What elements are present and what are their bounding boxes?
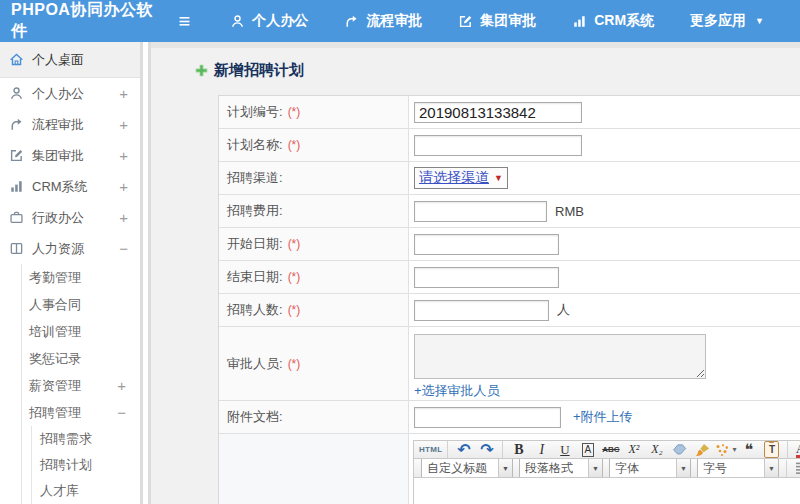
- field-value: [409, 129, 800, 161]
- editor-content-area[interactable]: [413, 478, 800, 504]
- sidebar-item-salary[interactable]: 薪资管理 +: [22, 372, 140, 399]
- auto-typeset-icon[interactable]: ▾: [715, 440, 736, 459]
- sidebar-recruit-submenu: 招聘需求 招聘计划 人才库: [31, 426, 140, 504]
- cost-unit-label: RMB: [555, 204, 584, 219]
- sidebar-item-label: 人力资源: [32, 240, 84, 258]
- toolbar-separator: [447, 441, 448, 458]
- sidebar-item-hr-contract[interactable]: 人事合同: [22, 291, 140, 318]
- sidebar-item-label: 奖惩记录: [29, 350, 81, 368]
- label-text: 招聘费用:: [227, 202, 283, 220]
- sidebar-item-label: 招聘计划: [40, 456, 92, 474]
- field-label: 招聘渠道:: [219, 162, 409, 194]
- font-select-value: 字体: [615, 460, 639, 477]
- label-text: 计划编号:: [227, 103, 283, 121]
- format-brush-icon[interactable]: [692, 440, 713, 459]
- sidebar-item-workflow-approval[interactable]: 流程审批 +: [0, 109, 140, 140]
- topnav-crm[interactable]: CRM系统: [572, 12, 654, 30]
- collapse-icon[interactable]: −: [117, 404, 126, 421]
- sidebar-item-rewards[interactable]: 奖惩记录: [22, 345, 140, 372]
- html-source-button[interactable]: HTML: [419, 440, 442, 459]
- sidebar-item-recruit-demand[interactable]: 招聘需求: [32, 426, 140, 452]
- undo-icon[interactable]: ↶: [453, 440, 474, 459]
- topnav-group-approval[interactable]: 集团审批: [458, 12, 536, 30]
- paste-plain-text-icon[interactable]: T: [761, 440, 782, 459]
- heading-select[interactable]: 自定义标题 ▼: [421, 459, 513, 478]
- end-date-input[interactable]: [414, 267, 559, 288]
- char-border-button[interactable]: A: [577, 440, 598, 459]
- app-logo: PHPOA协同办公软件: [0, 0, 165, 42]
- label-text: 结束日期:: [227, 268, 283, 286]
- approvers-textarea[interactable]: [414, 334, 706, 379]
- underline-button[interactable]: U: [554, 440, 575, 459]
- bold-button[interactable]: B: [508, 440, 529, 459]
- redo-icon[interactable]: ↷: [476, 440, 497, 459]
- expand-icon[interactable]: +: [119, 116, 128, 133]
- sidebar-item-label: 招聘需求: [40, 430, 92, 448]
- field-value: [409, 96, 800, 128]
- sidebar-item-label: 个人桌面: [32, 51, 84, 69]
- topnav-more-apps[interactable]: 更多应用 ▼: [690, 12, 764, 30]
- cost-input[interactable]: [414, 201, 547, 222]
- field-value: RMB: [409, 195, 800, 227]
- subscript-button[interactable]: X₂: [646, 440, 667, 459]
- align-left-icon[interactable]: [792, 459, 800, 478]
- menu-toggle-icon[interactable]: ≡: [179, 10, 191, 33]
- sidebar-item-hr[interactable]: 人力资源 −: [0, 233, 140, 264]
- field-label: 附件文档:: [219, 401, 409, 433]
- sidebar-item-training[interactable]: 培训管理: [22, 318, 140, 345]
- sidebar: 个人桌面 个人办公 + 流程审批 + 集团审批 + CRM系统 +: [0, 42, 140, 504]
- channel-select[interactable]: 请选择渠道 ▼: [414, 167, 508, 189]
- plan-name-input[interactable]: [414, 135, 582, 156]
- strikethrough-button[interactable]: ABC: [600, 440, 621, 459]
- font-family-select[interactable]: 字体 ▼: [609, 459, 691, 478]
- heading-select-value: 自定义标题: [427, 460, 487, 477]
- attachment-input[interactable]: [414, 407, 561, 428]
- collapse-icon[interactable]: −: [119, 240, 128, 257]
- superscript-button[interactable]: X²: [623, 440, 644, 459]
- sidebar-item-recruit-mgmt[interactable]: 招聘管理 −: [22, 399, 140, 426]
- plan-no-input[interactable]: [414, 102, 582, 123]
- font-color-button[interactable]: A ▾: [793, 440, 800, 459]
- home-icon: [9, 52, 24, 67]
- blockquote-icon[interactable]: ❝: [738, 440, 759, 459]
- expand-icon[interactable]: +: [119, 147, 128, 164]
- sidebar-item-group-approval[interactable]: 集团审批 +: [0, 140, 140, 171]
- start-date-input[interactable]: [414, 234, 559, 255]
- caret-down-icon: ▼: [676, 459, 690, 477]
- field-value: [409, 261, 800, 293]
- expand-icon[interactable]: +: [119, 209, 128, 226]
- headcount-unit-label: 人: [557, 301, 570, 319]
- topnav-label: 集团审批: [480, 12, 536, 30]
- field-label: 招聘人数: (*): [219, 294, 409, 326]
- field-label: 招聘费用:: [219, 195, 409, 227]
- label-text: 附件文档:: [227, 408, 283, 426]
- form-row-plan-no: 计划编号: (*): [219, 96, 800, 129]
- sidebar-item-recruit-plan[interactable]: 招聘计划: [32, 452, 140, 478]
- sidebar-item-crm[interactable]: CRM系统 +: [0, 171, 140, 202]
- editor-cell: HTML ↶ ↷ B I U A ABC X² X₂: [409, 434, 800, 504]
- sidebar-item-attendance[interactable]: 考勤管理: [22, 264, 140, 291]
- form-row-approvers: 审批人员: (*) +选择审批人员: [219, 327, 800, 401]
- topnav-personal-office[interactable]: 个人办公: [230, 12, 308, 30]
- upload-attachment-link[interactable]: +附件上传: [573, 408, 633, 426]
- sidebar-item-admin-office[interactable]: 行政办公 +: [0, 202, 140, 233]
- boxed-a-glyph: A: [582, 443, 595, 457]
- label-text: 计划名称:: [227, 136, 283, 154]
- app-window: PHPOA协同办公软件 ≡ 个人办公 流程审批 集团审批 CRM系统 更多应用 …: [0, 0, 800, 504]
- expand-icon[interactable]: +: [119, 85, 128, 102]
- editor-toolbar-row1: HTML ↶ ↷ B I U A ABC X² X₂: [413, 440, 800, 459]
- paragraph-format-select[interactable]: 段落格式 ▼: [519, 459, 603, 478]
- expand-icon[interactable]: +: [119, 178, 128, 195]
- select-approvers-link[interactable]: +选择审批人员: [414, 382, 500, 400]
- sidebar-item-personal-office[interactable]: 个人办公 +: [0, 78, 140, 109]
- font-size-select[interactable]: 字号 ▼: [697, 459, 779, 478]
- italic-button[interactable]: I: [531, 440, 552, 459]
- sidebar-item-talent-pool[interactable]: 人才库: [32, 478, 140, 504]
- sidebar-splitter[interactable]: [140, 42, 151, 504]
- caret-down-icon: ▼: [755, 16, 764, 26]
- clear-format-eraser-icon[interactable]: [669, 440, 690, 459]
- topnav-workflow-approval[interactable]: 流程审批: [344, 12, 422, 30]
- sidebar-item-desktop[interactable]: 个人桌面: [0, 42, 140, 78]
- headcount-input[interactable]: [414, 300, 549, 321]
- expand-icon[interactable]: +: [117, 377, 126, 394]
